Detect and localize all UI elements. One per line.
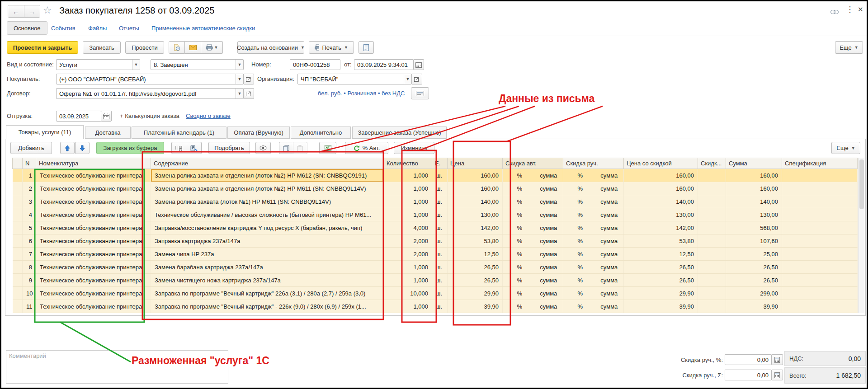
cell-qty[interactable]: 1,000 — [384, 208, 432, 221]
chevron-down-icon[interactable]: ▼ — [236, 89, 243, 98]
cell-n[interactable]: 2 — [23, 182, 36, 195]
cell-nomenclature[interactable]: Техническое обслуживание принтера — [36, 169, 151, 182]
cell-qty[interactable]: 4,000 — [384, 221, 432, 234]
doc-tab-payment[interactable]: Оплата (Вручную) — [227, 127, 290, 139]
cell-discount-auto[interactable]: %сумма — [503, 234, 563, 248]
table-row[interactable]: 8Техническое обслуживание принтераЗамена… — [13, 261, 858, 274]
cell-discount-manual[interactable]: %сумма — [563, 287, 624, 300]
cell-specification[interactable] — [782, 300, 858, 313]
cell-discount-short[interactable] — [698, 300, 726, 313]
col-discount-manual[interactable]: Скидка руч. — [563, 158, 624, 169]
tab-events[interactable]: События — [51, 25, 75, 32]
col-unit[interactable]: Е. — [432, 158, 448, 169]
cell-nomenclature[interactable]: Техническое обслуживание принтера — [36, 274, 151, 287]
col-discount-short[interactable]: Скидк... — [698, 158, 726, 169]
cell-discount-manual[interactable]: %сумма — [563, 208, 624, 221]
vertical-scrollbar[interactable] — [858, 158, 864, 313]
chevron-down-icon[interactable]: ▼ — [132, 60, 140, 70]
cell-discount-manual[interactable]: %сумма — [563, 274, 624, 287]
cell-n[interactable]: 3 — [23, 195, 36, 208]
payment-card-button[interactable] — [411, 87, 429, 99]
cell-discount-short[interactable] — [698, 287, 726, 300]
table-row[interactable]: 10Техническое обслуживание принтераЗапра… — [13, 287, 858, 300]
cell-sum[interactable]: 160,00 — [726, 169, 782, 182]
cell-price-discounted[interactable]: 142,00 — [624, 221, 698, 234]
post-button[interactable]: Провести — [125, 41, 164, 54]
cell-n[interactable]: 7 — [23, 248, 36, 261]
recalc-auto-discount-button[interactable]: % Авт. — [345, 142, 388, 154]
cell-price[interactable]: 39,90 — [448, 300, 503, 313]
table-row[interactable]: 1Техническое обслуживание принтераЗамена… — [13, 169, 858, 182]
cell-marker[interactable] — [13, 248, 23, 261]
cell-marker[interactable] — [13, 169, 23, 182]
cell-discount-short[interactable] — [698, 221, 726, 234]
cell-unit[interactable]: ш. — [432, 234, 448, 248]
cell-sum[interactable]: 568,00 — [726, 221, 782, 234]
cell-price[interactable]: 53,80 — [448, 234, 503, 248]
cell-price[interactable]: 26,50 — [448, 274, 503, 287]
cell-marker[interactable] — [13, 300, 23, 313]
table-row[interactable]: 6Техническое обслуживание принтераЗаправ… — [13, 234, 858, 248]
col-price-discounted[interactable]: Цена со скидкой — [624, 158, 698, 169]
cell-qty[interactable]: 2,000 — [384, 234, 432, 248]
cell-n[interactable]: 11 — [23, 300, 36, 313]
tab-reports[interactable]: Отчеты — [119, 25, 139, 32]
cell-discount-manual[interactable]: %сумма — [563, 169, 624, 182]
cell-sum[interactable]: 130,00 — [726, 208, 782, 221]
cell-qty[interactable]: 2,000 — [384, 248, 432, 261]
cell-discount-short[interactable] — [698, 248, 726, 261]
calendar-icon[interactable] — [101, 111, 112, 122]
favorite-star-icon[interactable]: ☆ — [43, 5, 52, 16]
cell-content[interactable]: Заправка/восстановление картриджа Y под … — [151, 221, 384, 234]
cell-discount-manual[interactable]: %сумма — [563, 221, 624, 234]
load-from-buffer-button[interactable]: Загрузка из буфера — [96, 142, 164, 154]
table-row[interactable]: 3Техническое обслуживание принтераЗамена… — [13, 195, 858, 208]
cell-price-discounted[interactable]: 160,00 — [624, 182, 698, 195]
cell-specification[interactable] — [782, 195, 858, 208]
cell-price[interactable]: 26,50 — [448, 261, 503, 274]
forward-arrow-icon[interactable]: → — [24, 5, 40, 17]
calculator-icon[interactable] — [771, 354, 783, 365]
cell-price[interactable]: 130,00 — [448, 208, 503, 221]
cell-unit[interactable]: ш. — [432, 182, 448, 195]
cell-marker[interactable] — [13, 208, 23, 221]
cell-specification[interactable] — [782, 287, 858, 300]
cell-nomenclature[interactable]: Техническое обслуживание принтера — [36, 261, 151, 274]
cell-price-discounted[interactable]: 130,00 — [624, 208, 698, 221]
cell-sum[interactable]: 39,90 — [726, 300, 782, 313]
shipment-date-field[interactable]: 03.09.2025 — [56, 111, 101, 122]
state-select[interactable]: 8. Завершен▼ — [151, 59, 244, 70]
cell-nomenclature[interactable]: Техническое обслуживание принтера — [36, 208, 151, 221]
email-icon[interactable] — [185, 41, 201, 54]
cell-discount-short[interactable] — [698, 195, 726, 208]
paste-icon-button[interactable] — [293, 142, 307, 154]
cell-price-discounted[interactable]: 26,50 — [624, 261, 698, 274]
tab-files[interactable]: Файлы — [88, 25, 107, 32]
cell-specification[interactable] — [782, 261, 858, 274]
cell-nomenclature[interactable]: Техническое обслуживание принтера — [36, 221, 151, 234]
cell-qty[interactable]: 1,000 — [384, 182, 432, 195]
cell-qty[interactable]: 1,000 — [384, 261, 432, 274]
cell-n[interactable]: 6 — [23, 234, 36, 248]
col-specification[interactable]: Спецификация — [782, 158, 858, 169]
col-sum[interactable]: Сумма — [726, 158, 782, 169]
report-doc-icon-button[interactable] — [359, 41, 374, 54]
cell-specification[interactable] — [782, 234, 858, 248]
cell-qty[interactable]: 10,000 — [384, 287, 432, 300]
cell-content[interactable]: Заправка картриджа 237а/147а — [151, 234, 384, 248]
table-row[interactable]: 5Техническое обслуживание принтераЗаправ… — [13, 221, 858, 234]
copy-icon-button[interactable] — [279, 142, 293, 154]
cell-discount-short[interactable] — [698, 234, 726, 248]
cell-content[interactable]: Замена барабана картриджа 237а/147а — [151, 261, 384, 274]
cell-unit[interactable]: ш. — [432, 195, 448, 208]
cell-discount-manual[interactable]: %сумма — [563, 182, 624, 195]
cell-marker[interactable] — [13, 221, 23, 234]
cell-unit[interactable]: ш. — [432, 169, 448, 182]
tab-main[interactable]: Основное — [7, 21, 47, 35]
cell-specification[interactable] — [782, 208, 858, 221]
cell-sum[interactable]: 26,50 — [726, 274, 782, 287]
cell-unit[interactable]: ш. — [432, 274, 448, 287]
number-field[interactable]: 00НФ-001258 — [290, 59, 340, 70]
move-down-button[interactable] — [75, 142, 90, 154]
order-calculation-text[interactable]: + Калькуляция заказа — [120, 112, 179, 119]
